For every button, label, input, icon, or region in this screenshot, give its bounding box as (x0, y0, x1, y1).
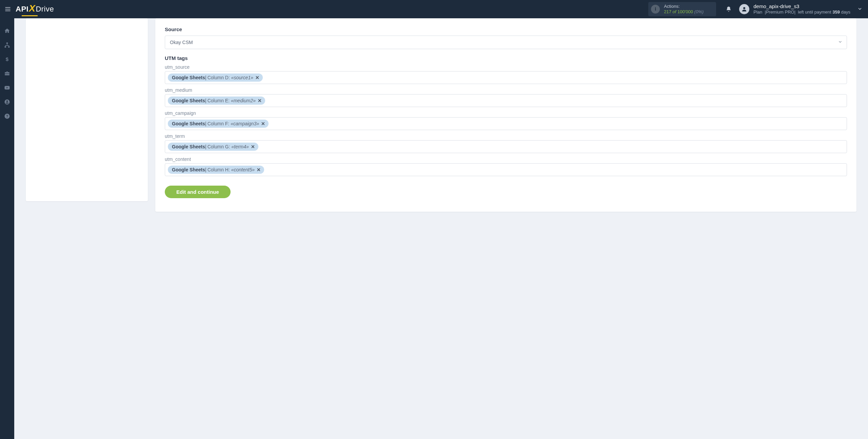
utm-source-label: utm_source (165, 64, 847, 70)
logo-drive: Drive (36, 5, 54, 14)
info-icon: i (651, 5, 660, 14)
nav-billing-icon[interactable]: $ (0, 52, 14, 66)
remove-tag-icon[interactable]: ✕ (261, 121, 265, 126)
remove-tag-icon[interactable]: ✕ (258, 98, 262, 103)
user-block[interactable]: demo_apix-drive_s3 Plan |Premium PRO| le… (753, 3, 850, 15)
source-label: Source (165, 26, 847, 32)
user-name: demo_apix-drive_s3 (753, 3, 850, 10)
left-panel (26, 18, 148, 201)
utm-source-input[interactable]: Google Sheets | Column D: «source1» ✕ (165, 71, 847, 84)
svg-rect-5 (5, 46, 6, 48)
notifications-icon[interactable] (724, 5, 733, 14)
nav-video-icon[interactable] (0, 81, 14, 95)
nav-account-icon[interactable] (0, 95, 14, 109)
utm-medium-tag: Google Sheets | Column E: «medium2» ✕ (168, 97, 265, 105)
svg-rect-6 (8, 46, 10, 48)
page-scroll[interactable]: Source Okay CSM UTM tags utm_source Goog… (14, 18, 868, 439)
sidebar: $ ? (0, 18, 14, 439)
remove-tag-icon[interactable]: ✕ (255, 75, 259, 80)
user-plan-line: Plan |Premium PRO| left until payment 35… (753, 9, 850, 15)
nav-connections-icon[interactable] (0, 38, 14, 52)
utm-content-tag: Google Sheets | Column H: «content5» ✕ (168, 166, 264, 174)
svg-text:?: ? (6, 114, 8, 118)
config-panel: Source Okay CSM UTM tags utm_source Goog… (155, 18, 856, 212)
actions-usage-box[interactable]: i Actions: 217 of 100'000 (0%) (648, 2, 716, 17)
app-header: APIXDrive i Actions: 217 of 100'000 (0%)… (0, 0, 868, 18)
nav-home-icon[interactable] (0, 24, 14, 38)
nav-briefcase-icon[interactable] (0, 66, 14, 81)
user-menu-chevron-icon[interactable] (850, 6, 863, 13)
utm-campaign-input[interactable]: Google Sheets | Column F: «campaign3» ✕ (165, 117, 847, 130)
utm-campaign-label: utm_campaign (165, 110, 847, 116)
source-selected-value: Okay CSM (170, 40, 193, 45)
avatar[interactable] (739, 4, 749, 14)
utm-term-input[interactable]: Google Sheets | Column G: «term4» ✕ (165, 140, 847, 153)
logo-x: X (29, 3, 35, 14)
remove-tag-icon[interactable]: ✕ (251, 144, 255, 149)
utm-medium-input[interactable]: Google Sheets | Column E: «medium2» ✕ (165, 94, 847, 107)
utm-content-label: utm_content (165, 156, 847, 162)
app-logo: APIXDrive (16, 5, 54, 14)
logo-api: API (16, 5, 28, 14)
utm-source-tag: Google Sheets | Column D: «source1» ✕ (168, 74, 263, 82)
edit-continue-button[interactable]: Edit and continue (165, 186, 231, 198)
utm-content-input[interactable]: Google Sheets | Column H: «content5» ✕ (165, 163, 847, 176)
svg-rect-4 (6, 43, 8, 44)
actions-title: Actions: (664, 4, 704, 9)
chevron-down-icon (838, 40, 843, 45)
svg-point-11 (6, 101, 8, 102)
actions-values: 217 of 100'000 (0%) (664, 9, 704, 15)
svg-point-3 (743, 7, 745, 9)
logo-underline (22, 15, 38, 16)
source-select[interactable]: Okay CSM (165, 36, 847, 49)
nav-help-icon[interactable]: ? (0, 109, 14, 123)
utm-term-tag: Google Sheets | Column G: «term4» ✕ (168, 143, 258, 151)
menu-toggle-icon[interactable] (3, 4, 13, 14)
svg-text:$: $ (6, 56, 9, 62)
remove-tag-icon[interactable]: ✕ (257, 167, 261, 172)
utm-term-label: utm_term (165, 133, 847, 139)
svg-rect-8 (5, 74, 9, 74)
utm-heading: UTM tags (165, 55, 847, 61)
utm-medium-label: utm_medium (165, 87, 847, 93)
utm-campaign-tag: Google Sheets | Column F: «campaign3» ✕ (168, 120, 269, 128)
